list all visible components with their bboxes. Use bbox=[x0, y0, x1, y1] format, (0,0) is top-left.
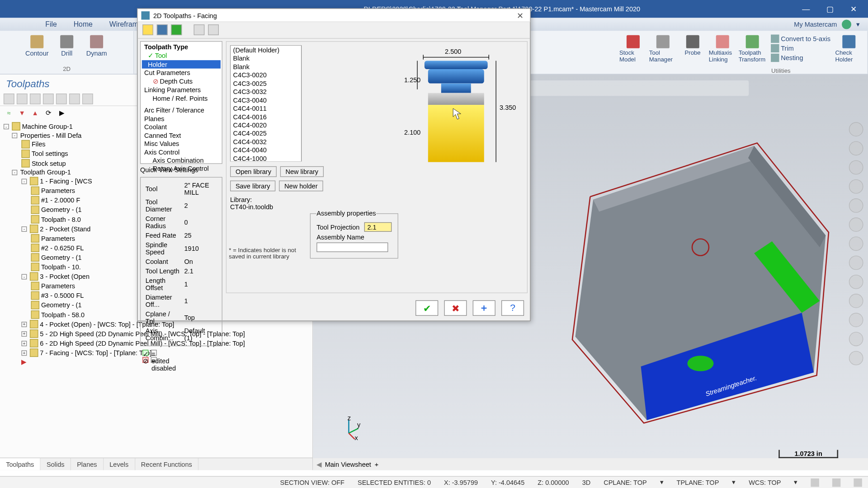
status-section-view[interactable]: SECTION VIEW: OFF bbox=[280, 479, 344, 486]
viewsheet-tab[interactable]: Main Viewsheet bbox=[325, 460, 371, 468]
check-holder-button[interactable]: Check Holder bbox=[834, 33, 864, 64]
nav-home-ref[interactable]: Home / Ref. Points bbox=[142, 94, 221, 102]
nav-planes[interactable]: Planes bbox=[142, 114, 221, 122]
svg-line-9 bbox=[349, 433, 354, 439]
status-icon[interactable] bbox=[854, 478, 862, 486]
tab-levels[interactable]: Levels bbox=[104, 458, 135, 470]
nav-toolpath-type[interactable]: Toolpath Type bbox=[142, 43, 221, 51]
drill-button[interactable]: Drill bbox=[52, 33, 82, 58]
nesting-button[interactable]: Nesting bbox=[769, 53, 831, 62]
cancel-button[interactable]: ✖ bbox=[444, 300, 467, 316]
holder-option[interactable]: Blank bbox=[231, 62, 301, 70]
dialog-toolbar[interactable] bbox=[138, 22, 530, 39]
status-icon[interactable] bbox=[811, 478, 819, 486]
nav-cut-parameters[interactable]: Cut Parameters bbox=[142, 69, 221, 77]
status-3d[interactable]: 3D bbox=[582, 479, 591, 486]
tab-file[interactable]: File bbox=[45, 20, 57, 28]
dialog-close-button[interactable]: ✕ bbox=[514, 10, 526, 20]
tool-icon[interactable] bbox=[208, 24, 219, 35]
qat-icon[interactable] bbox=[54, 5, 62, 13]
qat-icon[interactable] bbox=[30, 5, 38, 13]
save-icon[interactable] bbox=[157, 24, 168, 35]
contour-button[interactable]: Contour bbox=[22, 33, 52, 58]
manager-tabs[interactable]: Toolpaths Solids Planes Levels Recent Fu… bbox=[0, 458, 312, 470]
tool-projection-input[interactable] bbox=[364, 222, 392, 232]
dim-top: 2.500 bbox=[445, 48, 461, 55]
holder-option[interactable]: C4C4-0040 bbox=[231, 146, 301, 154]
holder-option[interactable]: C4C3-0040 bbox=[231, 96, 301, 104]
flashlight-icon[interactable] bbox=[142, 24, 153, 35]
holder-option[interactable]: C4C3-0025 bbox=[231, 79, 301, 87]
qat-icon[interactable] bbox=[18, 5, 26, 13]
viewport-right-tools[interactable] bbox=[849, 122, 863, 365]
holder-option[interactable]: Blank bbox=[231, 54, 301, 62]
tab-toolpaths[interactable]: Toolpaths bbox=[0, 458, 41, 470]
holder-option[interactable]: C4C4-0032 bbox=[231, 138, 301, 146]
holder-option[interactable]: C4C3-0032 bbox=[231, 88, 301, 96]
probe-button[interactable]: Probe bbox=[678, 33, 708, 57]
viewsheet-tabs[interactable]: ◀Main Viewsheet+ bbox=[313, 458, 868, 470]
tool-manager-button[interactable]: Tool Manager bbox=[648, 33, 678, 64]
holder-option[interactable]: (Default Holder) bbox=[231, 46, 301, 54]
dialog-main-panel: (Default Holder)BlankBlankC4C3-0020C4C3-… bbox=[226, 41, 528, 293]
save-library-button[interactable]: Save library bbox=[230, 181, 275, 192]
open-library-button[interactable]: Open library bbox=[230, 166, 277, 177]
stock-model-button[interactable]: Stock Model bbox=[618, 33, 648, 64]
holder-option[interactable]: C4C3-0020 bbox=[231, 71, 301, 79]
zoom-icon[interactable] bbox=[849, 122, 863, 136]
close-button[interactable]: ✕ bbox=[842, 0, 866, 18]
undo-icon[interactable] bbox=[90, 5, 98, 13]
qat-icon[interactable] bbox=[42, 5, 50, 13]
ok-button[interactable]: ✔ bbox=[415, 300, 438, 316]
status-cplane[interactable]: CPLANE: TOP bbox=[604, 479, 646, 486]
new-holder-button[interactable]: New holder bbox=[279, 181, 323, 192]
redo-icon[interactable] bbox=[101, 5, 109, 13]
holder-option[interactable]: C4C4-0025 bbox=[231, 129, 301, 137]
nav-arc-filter[interactable]: Arc Filter / Tolerance bbox=[142, 106, 221, 114]
tab-home[interactable]: Home bbox=[74, 20, 93, 28]
qat-icon[interactable] bbox=[6, 5, 14, 13]
tab-recent[interactable]: Recent Functions bbox=[135, 458, 199, 470]
nav-canned-text[interactable]: Canned Text bbox=[142, 131, 221, 139]
maximize-button[interactable]: ▢ bbox=[818, 0, 842, 18]
status-tplane[interactable]: TPLANE: TOP bbox=[677, 479, 719, 486]
save-green-icon[interactable] bbox=[171, 24, 182, 35]
nav-axis-control[interactable]: Axis Control bbox=[142, 148, 221, 156]
nav-axis-combination[interactable]: Axis Combination bbox=[142, 156, 221, 164]
trim-button[interactable]: Trim bbox=[769, 43, 831, 53]
my-mastercam-button[interactable]: My Mastercam ▾ bbox=[794, 20, 868, 29]
holder-select[interactable]: (Default Holder)BlankBlankC4C3-0020C4C3-… bbox=[230, 45, 302, 161]
quick-access-toolbar[interactable] bbox=[2, 5, 113, 13]
qat-icon[interactable] bbox=[77, 5, 85, 13]
dynamic-button[interactable]: Dynam bbox=[82, 33, 112, 58]
help-button[interactable]: ? bbox=[501, 300, 524, 316]
status-y: Y: -4.04645 bbox=[491, 479, 524, 486]
holder-option[interactable]: C4C4-1000 bbox=[231, 155, 301, 162]
status-icon[interactable] bbox=[832, 478, 840, 486]
tool-projection-label: Tool Projection bbox=[316, 224, 359, 231]
qat-icon[interactable] bbox=[66, 5, 74, 13]
qv-label: Axis Combin... bbox=[146, 327, 183, 342]
add-button[interactable]: ＋ bbox=[473, 300, 495, 316]
tab-solids[interactable]: Solids bbox=[41, 458, 71, 470]
holder-option[interactable]: C4C4-0016 bbox=[231, 113, 301, 121]
dialog-nav-tree[interactable]: Toolpath Type ✓ Tool Holder Cut Paramete… bbox=[140, 41, 222, 164]
holder-option[interactable]: C4C4-0011 bbox=[231, 104, 301, 113]
toolpath-transform-button[interactable]: Toolpath Transform bbox=[737, 33, 767, 64]
nav-linking[interactable]: Linking Parameters bbox=[142, 86, 221, 94]
minimize-button[interactable]: — bbox=[794, 0, 818, 18]
insert-arrow-icon[interactable]: ▶ bbox=[21, 358, 26, 366]
status-wcs[interactable]: WCS: TOP bbox=[749, 479, 781, 486]
convert-5axis-button[interactable]: Convert to 5-axis bbox=[769, 34, 831, 43]
assembly-name-input[interactable] bbox=[316, 243, 388, 252]
tab-planes[interactable]: Planes bbox=[71, 458, 104, 470]
nav-tool[interactable]: ✓ Tool bbox=[142, 51, 221, 60]
nav-coolant[interactable]: Coolant bbox=[142, 123, 221, 131]
tool-icon[interactable] bbox=[194, 24, 205, 35]
nav-holder[interactable]: Holder bbox=[142, 60, 221, 68]
multiaxis-linking-button[interactable]: Multiaxis Linking bbox=[708, 33, 737, 64]
nav-misc-values[interactable]: Misc Values bbox=[142, 140, 221, 148]
new-library-button[interactable]: New library bbox=[280, 166, 324, 177]
nav-depth-cuts[interactable]: ⊘ Depth Cuts bbox=[142, 77, 221, 86]
holder-option[interactable]: C4C4-0020 bbox=[231, 121, 301, 129]
